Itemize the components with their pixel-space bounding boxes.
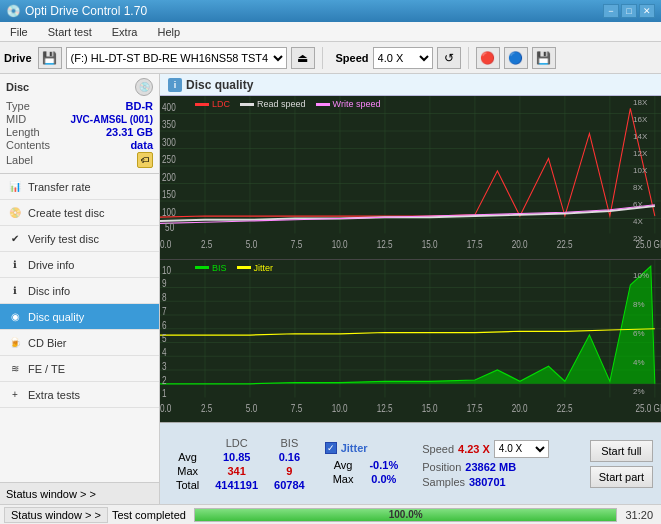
drive-label: Drive [4, 52, 32, 64]
contents-value: data [130, 139, 153, 151]
start-part-button[interactable]: Start part [590, 466, 653, 488]
length-value: 23.31 GB [106, 126, 153, 138]
sidebar-item-verify-test-disc[interactable]: ✔ Verify test disc [0, 226, 159, 252]
titlebar-title: 💿 Opti Drive Control 1.70 [6, 4, 147, 18]
disc-quality-title: Disc quality [186, 78, 253, 92]
menu-help[interactable]: Help [151, 24, 186, 40]
extra-tests-icon: + [8, 388, 22, 402]
chart-top: 0.0 2.5 5.0 7.5 10.0 12.5 15.0 17.5 20.0… [160, 96, 661, 260]
refresh-icon[interactable]: ↺ [437, 47, 461, 69]
disc-quality-header: i Disc quality [160, 74, 661, 96]
titlebar: 💿 Opti Drive Control 1.70 − □ ✕ [0, 0, 661, 22]
speed-stat-value: 4.23 X [458, 443, 490, 455]
svg-text:7.5: 7.5 [291, 240, 302, 251]
disc-length-row: Length 23.31 GB [6, 126, 153, 138]
write-speed-legend-color [316, 103, 330, 106]
sidebar-item-fe-te[interactable]: ≋ FE / TE [0, 356, 159, 382]
svg-text:400: 400 [162, 102, 176, 113]
disc-header: Disc 💿 [6, 78, 153, 96]
svg-text:15.0: 15.0 [422, 240, 438, 251]
svg-text:250: 250 [162, 155, 176, 166]
menu-extra[interactable]: Extra [106, 24, 144, 40]
svg-text:4: 4 [162, 347, 167, 358]
app-title: Opti Drive Control 1.70 [25, 4, 147, 18]
verify-test-icon: ✔ [8, 232, 22, 246]
disc-label-row: Label 🏷 [6, 152, 153, 168]
separator-2 [468, 47, 469, 69]
svg-text:100: 100 [162, 207, 176, 218]
read-speed-legend-label: Read speed [257, 99, 306, 109]
stats-bar: LDC BIS Avg 10.85 0.16 Max 341 9 [160, 422, 661, 504]
legend-write-speed: Write speed [316, 99, 381, 109]
svg-text:10.0: 10.0 [332, 403, 348, 414]
sidebar-item-cd-bier[interactable]: 🍺 CD Bier [0, 330, 159, 356]
jitter-table: Avg -0.1% Max 0.0% [325, 458, 407, 486]
menu-file[interactable]: File [4, 24, 34, 40]
top-chart-legend: LDC Read speed Write speed [195, 99, 380, 109]
svg-text:7: 7 [162, 306, 167, 317]
close-button[interactable]: ✕ [639, 4, 655, 18]
disc-write-icon[interactable]: 🔴 [476, 47, 500, 69]
cd-bier-icon: 🍺 [8, 336, 22, 350]
disc-section-title: Disc [6, 81, 29, 93]
status-window-button[interactable]: Status window > > [0, 482, 159, 504]
jitter-avg-label: Avg [325, 458, 362, 472]
start-full-button[interactable]: Start full [590, 440, 653, 462]
bis-chart-svg: 0.0 2.5 5.0 7.5 10.0 12.5 15.0 17.5 20.0… [160, 260, 661, 423]
sidebar-item-create-test-disc[interactable]: 📀 Create test disc [0, 200, 159, 226]
svg-text:2.5: 2.5 [201, 240, 212, 251]
separator-1 [322, 47, 323, 69]
total-bis-value: 60784 [266, 478, 313, 492]
jitter-checkbox[interactable]: ✓ [325, 442, 337, 454]
save-icon[interactable]: 💾 [532, 47, 556, 69]
position-value: 23862 MB [465, 461, 516, 473]
bis-legend-label: BIS [212, 263, 227, 273]
sidebar-item-drive-info[interactable]: ℹ Drive info [0, 252, 159, 278]
jitter-avg-value: -0.1% [361, 458, 406, 472]
avg-bis-value: 0.16 [266, 450, 313, 464]
svg-text:20.0: 20.0 [512, 240, 528, 251]
position-row: Position 23862 MB [422, 461, 549, 473]
svg-text:10: 10 [162, 264, 171, 275]
drive-select[interactable]: (F:) HL-DT-ST BD-RE WH16NS58 TST4 [66, 47, 287, 69]
svg-rect-0 [160, 96, 661, 259]
svg-text:0.0: 0.0 [160, 403, 171, 414]
samples-row: Samples 380701 [422, 476, 549, 488]
ldc-bis-table: LDC BIS Avg 10.85 0.16 Max 341 9 [168, 436, 313, 492]
speed-row: Speed 4.23 X 4.0 X [422, 440, 549, 458]
menu-start-test[interactable]: Start test [42, 24, 98, 40]
status-window-bottom-button[interactable]: Status window > > [4, 507, 108, 523]
eject-icon[interactable]: ⏏ [291, 47, 315, 69]
sidebar-item-transfer-rate[interactable]: 📊 Transfer rate [0, 174, 159, 200]
sidebar-item-extra-tests[interactable]: + Extra tests [0, 382, 159, 408]
svg-text:150: 150 [162, 190, 176, 201]
jitter-section: ✓ Jitter Avg -0.1% Max 0.0% [325, 442, 407, 486]
max-ldc-value: 341 [207, 464, 266, 478]
mid-label: MID [6, 113, 26, 125]
disc-read-icon[interactable]: 🔵 [504, 47, 528, 69]
svg-text:3: 3 [162, 361, 167, 372]
disc-mid-row: MID JVC-AMS6L (001) [6, 113, 153, 125]
legend-jitter: Jitter [237, 263, 274, 273]
svg-text:17.5: 17.5 [467, 240, 483, 251]
status-text: Test completed [112, 509, 186, 521]
svg-text:7.5: 7.5 [291, 403, 302, 414]
sidebar-item-disc-quality[interactable]: ◉ Disc quality [0, 304, 159, 330]
svg-text:12.5: 12.5 [377, 403, 393, 414]
stats-total-row: Total 4141191 60784 [168, 478, 313, 492]
sidebar-item-disc-info[interactable]: ℹ Disc info [0, 278, 159, 304]
type-label: Type [6, 100, 30, 112]
maximize-button[interactable]: □ [621, 4, 637, 18]
jitter-avg-row: Avg -0.1% [325, 458, 407, 472]
contents-label: Contents [6, 139, 50, 151]
samples-value: 380701 [469, 476, 506, 488]
svg-text:5.0: 5.0 [246, 240, 257, 251]
transfer-rate-label: Transfer rate [28, 181, 91, 193]
length-label: Length [6, 126, 40, 138]
speed-position-section: Speed 4.23 X 4.0 X Position 23862 MB Sam… [422, 440, 549, 488]
speed-stat-select[interactable]: 4.0 X [494, 440, 549, 458]
speed-select[interactable]: 4.0 X [373, 47, 433, 69]
drive-icon: 💾 [38, 47, 62, 69]
minimize-button[interactable]: − [603, 4, 619, 18]
svg-text:5.0: 5.0 [246, 403, 257, 414]
